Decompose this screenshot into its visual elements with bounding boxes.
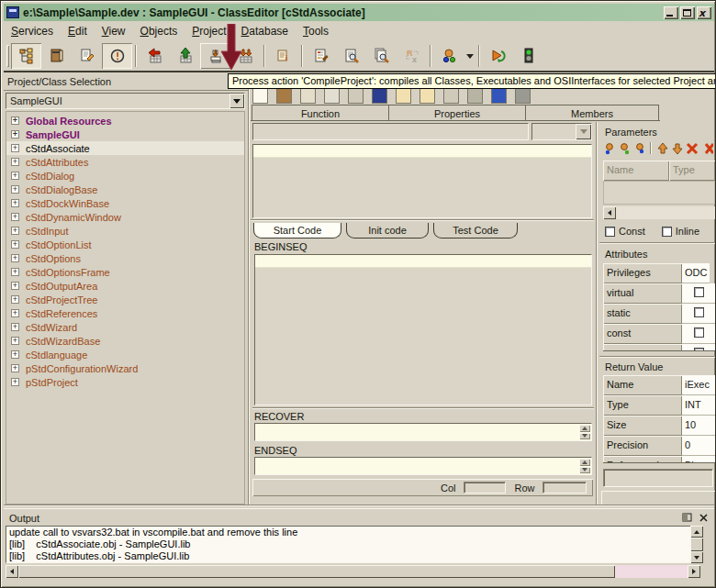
edit-source-button[interactable] <box>72 43 102 69</box>
class-tree-button[interactable] <box>11 43 41 69</box>
editor-tool-icon[interactable] <box>491 88 507 104</box>
expand-icon[interactable] <box>11 323 19 331</box>
find-in-documents-button[interactable] <box>366 43 397 69</box>
tree-item-cstdinput[interactable]: cStdInput <box>6 224 244 238</box>
editor-tool-icon[interactable] <box>467 88 483 104</box>
parameters-dropdown[interactable] <box>464 43 475 69</box>
delete-parameter-button[interactable] <box>685 141 699 155</box>
scroll-left-icon[interactable] <box>6 565 18 578</box>
run-button[interactable] <box>483 43 513 69</box>
expand-icon[interactable] <box>11 158 19 166</box>
recover-scroll[interactable] <box>579 425 590 439</box>
param-col-name[interactable]: Name <box>603 161 669 181</box>
scroll-up-icon[interactable] <box>690 526 703 538</box>
tab-test-code[interactable]: Test Code <box>433 223 518 239</box>
rv-name-value[interactable]: iExec <box>682 375 715 395</box>
output-splitter[interactable] <box>4 505 714 506</box>
tree-item-pstdproject[interactable]: pStdProject <box>6 375 244 389</box>
project-combo[interactable]: SampleGUI <box>6 93 245 109</box>
object-browser-button[interactable] <box>41 43 72 69</box>
virtual-checkbox[interactable] <box>694 287 704 297</box>
tab-start-code[interactable]: Start Code <box>253 223 341 239</box>
right-splitter[interactable] <box>596 122 598 505</box>
tree-item-cstddockwinbase[interactable]: cStdDockWinBase <box>6 196 244 210</box>
check-in-button[interactable] <box>140 43 170 69</box>
menu-view[interactable]: View <box>95 22 133 40</box>
rv-referenced-value[interactable]: Bl <box>682 456 715 463</box>
output-log[interactable]: update call to vsvars32.bat in vscompile… <box>6 526 700 563</box>
tree-item-cstdassociate[interactable]: cStdAssociate <box>6 141 244 155</box>
function-name-field[interactable] <box>252 123 529 140</box>
editor-tool-icon[interactable] <box>420 88 435 104</box>
tree-item-pstdconfigurationwizard[interactable]: pStdConfigurationWizard <box>6 361 244 375</box>
expand-icon[interactable] <box>11 309 19 317</box>
editor-tool-icon[interactable] <box>300 88 316 104</box>
output-line[interactable]: update call to vsvars32.bat in vscompile… <box>6 527 699 538</box>
tab-function[interactable]: Function <box>252 105 389 121</box>
move-down-button[interactable] <box>670 141 684 155</box>
attr-col-odc[interactable]: ODC <box>682 263 710 283</box>
expand-icon[interactable] <box>11 350 19 359</box>
scroll-down-icon[interactable] <box>690 551 703 563</box>
right-panel-field[interactable] <box>603 469 713 487</box>
scrollbar-thumb[interactable] <box>690 538 703 551</box>
const-checkbox[interactable] <box>605 227 615 237</box>
parameters-grid-body[interactable] <box>603 181 715 205</box>
scroll-left-icon[interactable] <box>603 206 616 219</box>
expand-icon[interactable] <box>11 337 19 345</box>
expand-icon[interactable] <box>11 199 19 207</box>
dock-icon[interactable] <box>682 513 693 523</box>
tree-item-cstdprojecttree[interactable]: cStdProjectTree <box>6 293 244 306</box>
const-attr-checkbox[interactable] <box>694 327 704 338</box>
maximize-button[interactable] <box>680 6 695 19</box>
editor-tool-icon[interactable] <box>276 88 292 104</box>
expand-icon[interactable] <box>11 227 19 235</box>
endseq-scroll[interactable] <box>579 459 590 473</box>
minimize-button[interactable] <box>664 6 678 19</box>
recover-editor[interactable] <box>254 423 592 441</box>
expand-icon[interactable] <box>11 268 19 276</box>
output-line[interactable]: [lib] cStdAttributes.obj - SampleGUI.lib <box>6 550 699 562</box>
edit-parameter-button[interactable] <box>632 141 646 155</box>
replace-refresh-button[interactable]: Rx <box>397 43 427 69</box>
scrollbar-track[interactable] <box>615 565 688 578</box>
editor-tool-icon[interactable] <box>396 88 411 104</box>
function-variant-combo[interactable] <box>531 123 592 140</box>
output-hscrollbar[interactable] <box>6 565 700 578</box>
tree-item-cstdoutputarea[interactable]: cStdOutputArea <box>6 279 244 293</box>
tree-item-cstddynamicwindow[interactable]: cStdDynamicWindow <box>6 210 244 224</box>
menu-objects[interactable]: Objects <box>133 22 185 40</box>
parameters-hscrollbar[interactable] <box>603 206 715 219</box>
expand-icon[interactable] <box>11 130 19 139</box>
expand-icon[interactable] <box>11 185 19 194</box>
editor-tool-icon[interactable] <box>372 88 387 104</box>
tree-item-cstddialog[interactable]: cStdDialog <box>6 169 244 183</box>
expand-icon[interactable] <box>11 144 19 152</box>
rv-type-value[interactable]: INT <box>682 395 715 416</box>
endseq-editor[interactable] <box>254 457 592 475</box>
expand-icon[interactable] <box>11 213 19 221</box>
inline-checkbox[interactable] <box>662 227 672 237</box>
expand-icon[interactable] <box>11 254 19 262</box>
expand-icon[interactable] <box>11 172 19 180</box>
editor-tool-icon[interactable] <box>348 88 364 104</box>
tree-item-cstdlanguage[interactable]: cStdlanguage <box>6 348 244 361</box>
declaration-editor[interactable] <box>252 144 592 218</box>
expand-icon[interactable] <box>11 116 19 125</box>
tree-item-cstdoptions[interactable]: cStdOptions <box>6 251 244 265</box>
delete-all-parameters-button[interactable] <box>699 141 713 155</box>
output-line[interactable]: [lib] cStdAssociate.obj - SampleGUI.lib <box>6 538 699 550</box>
tree-item-cstddialogbase[interactable]: cStdDialogBase <box>6 183 244 196</box>
check-out-button[interactable] <box>170 43 200 69</box>
document-marks-button[interactable] <box>306 43 336 69</box>
tree-item-cstdreferences[interactable]: cStdReferences <box>6 306 244 320</box>
scroll-up-icon[interactable] <box>579 459 590 466</box>
editor-tool-icon[interactable] <box>252 88 268 104</box>
tree-item-cstdwizard[interactable]: cStdWizard <box>6 320 244 334</box>
menu-tools[interactable]: Tools <box>296 22 336 40</box>
editor-tool-icon[interactable] <box>443 88 459 104</box>
rv-precision-value[interactable]: 0 <box>682 436 715 456</box>
tab-members[interactable]: Members <box>525 105 659 121</box>
left-splitter[interactable] <box>248 74 250 505</box>
show-info-button[interactable] <box>102 43 132 69</box>
